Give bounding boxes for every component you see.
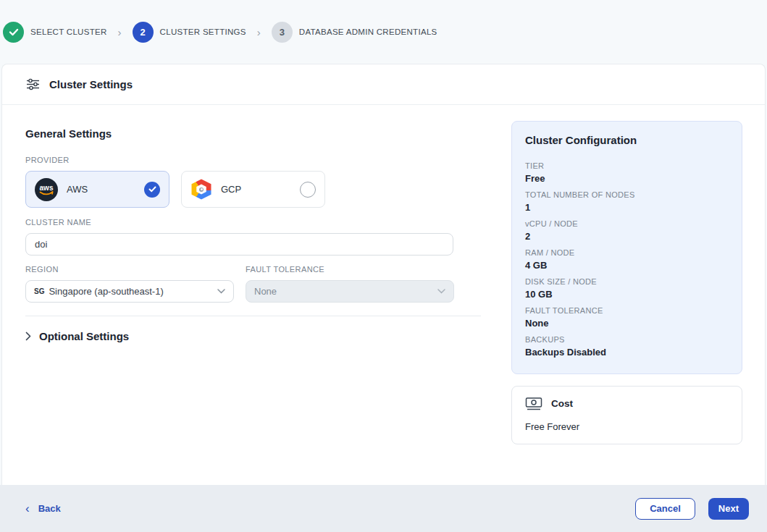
summary-field-fault-tolerance: FAULT TOLERANCE None [525, 306, 729, 329]
cluster-name-input[interactable] [25, 233, 453, 256]
general-settings-heading: General Settings [25, 127, 481, 140]
step-complete-check-icon [3, 22, 24, 43]
next-button[interactable]: Next [708, 498, 749, 520]
step-cluster-settings[interactable]: 2 CLUSTER SETTINGS [133, 22, 246, 43]
section-divider [25, 316, 481, 316]
step-number-badge: 2 [133, 22, 154, 43]
back-button-label: Back [38, 503, 61, 514]
sliders-icon [26, 78, 40, 90]
gcp-logo-icon [190, 179, 212, 200]
region-selected-value: Singapore (ap-southeast-1) [49, 286, 163, 297]
region-select[interactable]: SG Singapore (ap-southeast-1) [25, 280, 234, 303]
fault-tolerance-label: FAULT TOLERANCE [246, 265, 454, 274]
step-number-badge: 3 [272, 22, 293, 43]
step-label: DATABASE ADMIN CREDENTIALS [299, 28, 437, 36]
chevron-down-icon [217, 289, 225, 294]
page-title: Cluster Settings [49, 78, 133, 90]
cluster-configuration-card: Cluster Configuration TIER Free TOTAL NU… [511, 121, 742, 374]
selected-check-icon [144, 182, 160, 198]
summary-field-ram-node: RAM / NODE 4 GB [525, 248, 729, 271]
step-select-cluster[interactable]: SELECT CLUSTER [3, 22, 107, 43]
provider-option-gcp[interactable]: GCP [181, 171, 325, 208]
provider-option-aws[interactable]: aws AWS [25, 171, 169, 208]
provider-label: PROVIDER [25, 156, 481, 164]
summary-field-total-nodes: TOTAL NUMBER OF NODES 1 [525, 190, 729, 213]
money-icon [525, 397, 542, 410]
provider-option-label: GCP [221, 184, 241, 195]
aws-logo-icon: aws [35, 178, 58, 201]
summary-field-tier: TIER Free [525, 161, 729, 184]
cluster-name-label: CLUSTER NAME [25, 218, 481, 227]
wizard-stepper: SELECT CLUSTER › 2 CLUSTER SETTINGS › 3 … [0, 0, 767, 64]
chevron-left-icon: ‹ [25, 502, 30, 515]
fault-tolerance-selected-value: None [254, 286, 277, 297]
step-database-admin-credentials[interactable]: 3 DATABASE ADMIN CREDENTIALS [272, 22, 437, 43]
optional-settings-toggle[interactable]: Optional Settings [25, 330, 481, 342]
summary-field-vcpu-node: vCPU / NODE 2 [525, 219, 729, 242]
cost-card: Cost Free Forever [511, 386, 742, 444]
wizard-footer: ‹ Back Cancel Next [0, 485, 767, 532]
back-button[interactable]: ‹ Back [25, 502, 61, 515]
region-label: REGION [25, 265, 234, 274]
summary-field-backups: BACKUPS Backups Disabled [525, 335, 729, 358]
panel-header: Cluster Settings [2, 64, 765, 105]
svg-text:aws: aws [40, 184, 54, 192]
cluster-configuration-title: Cluster Configuration [525, 134, 729, 146]
provider-option-label: AWS [67, 184, 88, 195]
chevron-right-icon: › [118, 26, 122, 38]
summary-field-disk-size-node: DISK SIZE / NODE 10 GB [525, 277, 729, 300]
chevron-down-icon [437, 289, 445, 294]
unselected-radio-icon [300, 182, 316, 198]
provider-options: aws AWS GCP [25, 171, 481, 208]
chevron-right-icon: › [257, 26, 261, 38]
step-label: CLUSTER SETTINGS [160, 28, 246, 36]
cancel-button[interactable]: Cancel [635, 498, 695, 520]
cost-title: Cost [551, 398, 573, 409]
cluster-settings-panel: Cluster Settings General Settings PROVID… [1, 64, 766, 485]
fault-tolerance-select: None [246, 280, 454, 303]
cost-value: Free Forever [525, 421, 729, 432]
chevron-right-icon [25, 332, 31, 341]
region-flag-code: SG [34, 287, 44, 295]
step-label: SELECT CLUSTER [30, 28, 107, 36]
optional-settings-label: Optional Settings [39, 330, 129, 342]
